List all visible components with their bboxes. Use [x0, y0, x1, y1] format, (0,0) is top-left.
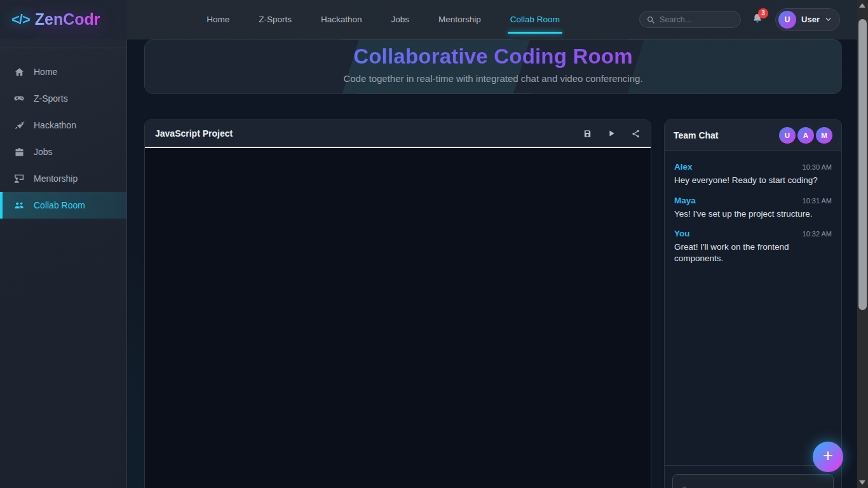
- code-editor-area[interactable]: [145, 148, 651, 488]
- home-icon: [13, 67, 25, 78]
- message-time: 10:31 AM: [803, 197, 832, 205]
- message-author: Alex: [674, 162, 693, 172]
- avatar[interactable]: M: [816, 127, 832, 144]
- topnav-item-hackathon[interactable]: Hackathon: [321, 15, 362, 24]
- editor-header: JavaScript Project: [145, 120, 651, 148]
- message-time: 10:30 AM: [803, 163, 832, 171]
- page-subtitle: Code together in real-time with integrat…: [145, 73, 841, 84]
- chevron-down-icon: [825, 16, 832, 23]
- scrollbar-down-arrow[interactable]: [859, 480, 865, 485]
- team-chat-panel: Team Chat U A M Alex 10:30 AM Hey everyo…: [664, 119, 842, 488]
- chat-message: Maya 10:31 AM Yes! I've set up the proje…: [674, 196, 832, 220]
- search-icon: [646, 15, 655, 24]
- search-input[interactable]: [660, 15, 734, 24]
- scrollbar-up-arrow[interactable]: [859, 3, 865, 8]
- mentor-icon: [13, 173, 25, 184]
- briefcase-icon: [13, 147, 25, 158]
- sidebar-item-hackathon[interactable]: Hackathon: [0, 112, 126, 139]
- sidebar-item-mentorship[interactable]: Mentorship: [0, 165, 126, 192]
- message-text: Hey everyone! Ready to start coding?: [674, 175, 832, 186]
- page-title: Collaborative Coding Room: [145, 44, 841, 69]
- topnav-item-z-sports[interactable]: Z-Sports: [259, 15, 292, 24]
- topnav-item-home[interactable]: Home: [207, 15, 229, 24]
- chat-member-avatars: U A M: [779, 127, 832, 144]
- editor-title: JavaScript Project: [155, 128, 233, 139]
- top-navigation: Home Z-Sports Hackathon Jobs Mentorship …: [127, 15, 639, 24]
- hero-banner: Collaborative Coding Room Code together …: [144, 39, 842, 94]
- sidebar: Home Z-Sports Hackathon Jobs Mentorship …: [0, 39, 127, 488]
- sidebar-item-label: Mentorship: [34, 173, 78, 184]
- user-avatar: U: [778, 11, 796, 29]
- chat-message-input[interactable]: [672, 474, 834, 488]
- user-menu[interactable]: U User: [775, 8, 840, 31]
- topnav-collab-room-label: Collab Room: [510, 15, 560, 24]
- chat-title: Team Chat: [674, 130, 719, 140]
- top-bar: </> ZenCodr Home Z-Sports Hackathon Jobs…: [0, 0, 868, 39]
- chat-message: You 10:32 AM Great! I'll work on the fro…: [674, 229, 832, 264]
- sidebar-nav: Home Z-Sports Hackathon Jobs Mentorship …: [0, 58, 126, 219]
- sidebar-item-z-sports[interactable]: Z-Sports: [0, 85, 126, 112]
- editor-toolbar: [582, 128, 641, 139]
- page-scrollbar[interactable]: [857, 0, 868, 488]
- search-box[interactable]: [639, 11, 741, 28]
- message-text: Great! I'll work on the frontend compone…: [674, 241, 832, 264]
- rocket-icon: [13, 120, 25, 131]
- scrollbar-thumb[interactable]: [858, 19, 867, 310]
- topnav-item-collab-room[interactable]: Collab Room: [510, 15, 560, 24]
- user-name: User: [801, 15, 820, 24]
- sidebar-item-home[interactable]: Home: [0, 58, 126, 85]
- topnav-item-mentorship[interactable]: Mentorship: [438, 15, 481, 24]
- chat-message: Alex 10:30 AM Hey everyone! Ready to sta…: [674, 162, 832, 186]
- chat-input-area: [665, 465, 841, 488]
- topnav-item-jobs[interactable]: Jobs: [391, 15, 410, 24]
- topbar-actions: 3 U User: [639, 8, 840, 31]
- notification-count-badge: 3: [758, 8, 768, 18]
- sidebar-item-jobs[interactable]: Jobs: [0, 139, 126, 165]
- brand-name: ZenCodr: [35, 10, 100, 29]
- sidebar-item-collab-room[interactable]: Collab Room: [0, 192, 126, 219]
- sidebar-item-label: Z-Sports: [34, 93, 68, 104]
- share-icon[interactable]: [630, 128, 641, 139]
- chat-header: Team Chat U A M: [665, 120, 841, 151]
- sidebar-divider: [0, 48, 126, 48]
- chat-message-list[interactable]: Alex 10:30 AM Hey everyone! Ready to sta…: [665, 151, 841, 465]
- add-button[interactable]: +: [813, 442, 843, 472]
- code-brackets-icon: </>: [11, 11, 30, 28]
- avatar[interactable]: U: [779, 127, 796, 144]
- active-tab-underline: [508, 32, 562, 34]
- users-icon: [13, 200, 25, 211]
- message-author: You: [674, 229, 690, 238]
- save-icon[interactable]: [582, 128, 592, 139]
- code-editor-panel: JavaScript Project: [144, 119, 651, 488]
- sidebar-item-label: Jobs: [34, 147, 53, 157]
- message-text: Yes! I've set up the project structure.: [674, 208, 832, 220]
- sidebar-item-label: Collab Room: [34, 200, 85, 210]
- sidebar-item-label: Home: [34, 67, 57, 77]
- app-root: </> ZenCodr Home Z-Sports Hackathon Jobs…: [0, 0, 868, 488]
- message-author: Maya: [674, 196, 696, 205]
- run-icon[interactable]: [606, 128, 616, 139]
- notifications-button[interactable]: 3: [751, 12, 765, 27]
- sidebar-item-label: Hackathon: [34, 120, 76, 130]
- brand-logo[interactable]: </> ZenCodr: [0, 0, 127, 39]
- gamepad-icon: [13, 93, 25, 104]
- message-time: 10:32 AM: [803, 230, 832, 238]
- avatar[interactable]: A: [797, 127, 814, 144]
